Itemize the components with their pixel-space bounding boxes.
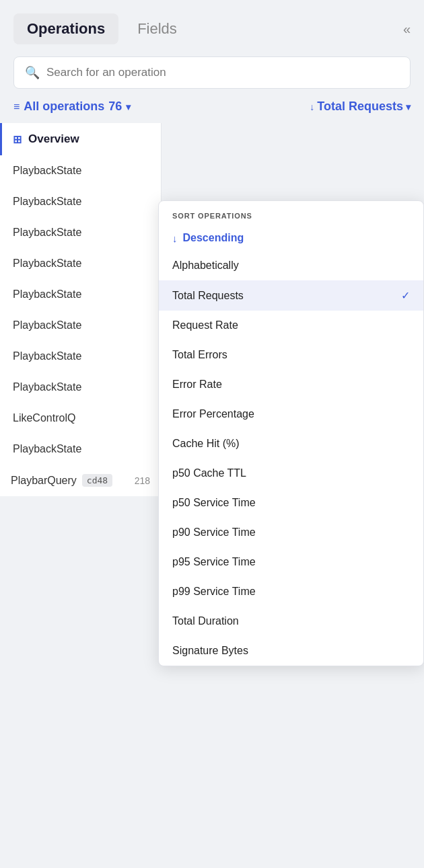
dropdown-item-label: Request Rate [172,319,238,331]
list-item[interactable]: PlaybackState [0,248,161,279]
list-item[interactable]: PlaybackState [0,279,161,310]
operations-list: PlaybackStatePlaybackStatePlaybackStateP… [0,155,161,465]
dropdown-item[interactable]: p95 Service Time [159,547,423,577]
dropdown-item[interactable]: Total Errors [159,340,423,370]
operations-count: 76 [108,100,122,114]
all-operations-button[interactable]: All operations 76 ▾ [24,100,131,114]
dropdown-item[interactable]: Cache Hit (%) [159,429,423,459]
dropdown-item-label: Error Rate [172,379,222,391]
sort-arrow-icon: ↓ [310,102,314,112]
total-requests-label: Total Requests [317,100,403,114]
overview-icon: ⊞ [13,133,22,146]
bottom-row[interactable]: PlaybarQuery cd48 218 [0,465,161,496]
dropdown-item-label: Cache Hit (%) [172,438,240,450]
all-operations-label: All operations [24,100,104,114]
list-item[interactable]: PlaybackState [0,155,161,186]
dropdown-item-label: p99 Service Time [172,586,256,598]
dropdown-items-list: AlphabeticallyTotal Requests✓Request Rat… [159,251,423,666]
dropdown-item-label: p95 Service Time [172,556,256,568]
filter-icon: ≡ [13,101,20,113]
overview-row[interactable]: ⊞ Overview [0,123,161,155]
list-panel: ⊞ Overview PlaybackStatePlaybackStatePla… [0,123,162,496]
dropdown-item[interactable]: Total Requests✓ [159,280,423,311]
search-icon: 🔍 [25,65,40,80]
list-item[interactable]: PlaybackState [0,341,161,372]
dropdown-item-label: Total Errors [172,349,227,361]
search-input[interactable] [46,66,399,79]
list-item[interactable]: PlaybackState [0,310,161,341]
dropdown-item[interactable]: p99 Service Time [159,577,423,606]
list-item[interactable]: PlaybackState [0,372,161,403]
dropdown-item-label: p50 Cache TTL [172,467,246,479]
bottom-request-count: 218 [135,475,150,486]
dropdown-item-label: Total Duration [172,615,239,627]
operations-chevron-icon: ▾ [126,102,131,112]
list-item[interactable]: PlaybackState [0,186,161,217]
total-requests-button[interactable]: ↓ Total Requests ▾ [310,100,411,114]
dropdown-item[interactable]: Total Duration [159,606,423,636]
tab-fields[interactable]: Fields [124,13,190,44]
page-container: Operations Fields « 🔍 ≡ All operations 7… [0,0,424,868]
tab-operations[interactable]: Operations [13,13,118,44]
hash-badge: cd48 [82,474,112,487]
list-item[interactable]: LikeControlQ [0,403,161,434]
header-tabs: Operations Fields « [0,0,424,44]
list-item[interactable]: PlaybackState [0,217,161,248]
dropdown-item[interactable]: p50 Cache TTL [159,459,423,488]
dropdown-item-label: Error Percentage [172,408,254,420]
sort-header: SORT OPERATIONS [159,201,423,225]
sort-chevron-icon: ▾ [406,102,411,112]
search-bar: 🔍 [13,56,411,89]
dropdown-item-label: Total Requests [172,290,244,302]
dropdown-item[interactable]: p90 Service Time [159,518,423,547]
dropdown-item-label: p90 Service Time [172,526,256,539]
dropdown-item[interactable]: Error Percentage [159,399,423,429]
sort-dropdown: SORT OPERATIONS ↓ Descending Alphabetica… [158,200,424,666]
dropdown-item[interactable]: Alphabetically [159,251,423,280]
list-item[interactable]: PlaybackState [0,434,161,465]
dropdown-item[interactable]: Error Rate [159,370,423,399]
bottom-operation-name: PlaybarQuery [11,475,77,487]
descending-arrow-icon: ↓ [172,233,178,244]
descending-label: Descending [183,232,244,244]
check-icon: ✓ [401,289,410,302]
dropdown-item[interactable]: Signature Bytes [159,636,423,666]
dropdown-item[interactable]: p50 Service Time [159,488,423,518]
overview-label: Overview [28,132,79,146]
filter-row: ≡ All operations 76 ▾ ↓ Total Requests ▾ [0,89,424,114]
dropdown-item-label: p50 Service Time [172,497,256,509]
dropdown-item[interactable]: Request Rate [159,311,423,340]
dropdown-item-label: Signature Bytes [172,645,248,657]
sort-descending-option[interactable]: ↓ Descending [159,225,423,251]
collapse-icon[interactable]: « [403,22,411,37]
dropdown-item-label: Alphabetically [172,260,239,272]
